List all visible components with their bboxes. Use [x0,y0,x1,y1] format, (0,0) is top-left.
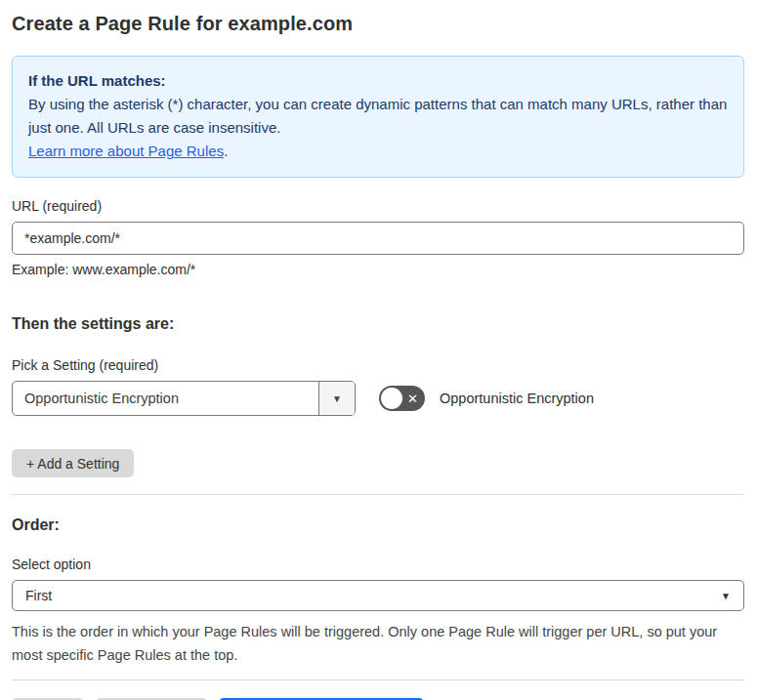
order-select[interactable]: First ▼ [12,580,744,611]
page-title: Create a Page Rule for example.com [12,13,744,35]
learn-more-link[interactable]: Learn more about Page Rules [28,143,224,159]
divider [12,494,744,495]
toggle-label: Opportunistic Encryption [440,391,594,406]
url-match-info-box: If the URL matches: By using the asteris… [12,56,744,178]
toggle-off-x-icon: ✕ [407,386,418,411]
url-example-text: Example: www.example.com/* [12,262,744,277]
link-period: . [224,143,228,159]
order-select-label: Select option [12,556,744,572]
order-section-heading: Order: [12,516,744,534]
setting-row: Opportunistic Encryption ▼ ✕ Opportunist… [12,381,744,416]
chevron-down-icon: ▼ [332,393,342,404]
divider [12,679,744,680]
setting-toggle-group: ✕ Opportunistic Encryption [379,386,594,411]
info-box-heading: If the URL matches: [28,69,728,93]
settings-section-heading: Then the settings are: [12,315,744,333]
url-input[interactable] [12,222,744,255]
chevron-down-icon: ▼ [721,591,731,601]
setting-select-arrow-button[interactable]: ▼ [318,382,355,415]
pick-setting-label: Pick a Setting (required) [12,357,744,373]
order-help-text: This is the order in which your Page Rul… [12,620,744,667]
url-field-label: URL (required) [12,198,744,214]
setting-select[interactable]: Opportunistic Encryption ▼ [12,381,356,416]
add-setting-button[interactable]: + Add a Setting [12,449,134,477]
order-select-value: First [25,588,52,603]
opportunistic-encryption-toggle[interactable]: ✕ [379,386,425,411]
info-box-link-line: Learn more about Page Rules. [28,140,728,163]
setting-select-value: Opportunistic Encryption [13,382,318,415]
toggle-knob [381,388,402,409]
info-box-body: By using the asterisk (*) character, you… [28,93,728,140]
create-page-rule-form: Create a Page Rule for example.com If th… [0,0,757,700]
